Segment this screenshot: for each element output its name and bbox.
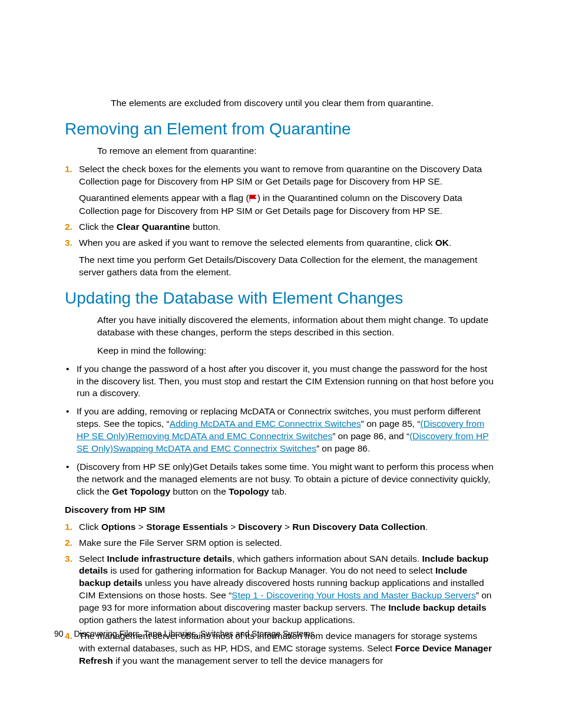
bold-text: Options <box>101 522 136 532</box>
discovery-steps-list: 1. Click Options > Storage Essentials > … <box>65 521 494 667</box>
bold-text: Clear Quarantine <box>117 222 190 232</box>
list-item: If you are adding, removing or replacing… <box>65 406 494 455</box>
quarantine-steps-list: 1. Select the check boxes for the elemen… <box>65 163 494 279</box>
list-marker: 3. <box>65 237 72 249</box>
bold-text: Storage Essentials <box>146 522 228 532</box>
list-item: 3. Select Include infrastructure details… <box>65 553 494 627</box>
bold-text: OK <box>435 238 449 248</box>
list-marker: 2. <box>65 221 72 233</box>
list-marker: 3. <box>65 553 72 565</box>
list-marker: 1. <box>65 521 72 533</box>
list-item: 1. Click Options > Storage Essentials > … <box>65 521 494 533</box>
flag-icon <box>249 193 257 205</box>
bold-text: Include backup details <box>388 602 486 612</box>
section-paragraph: Keep in mind the following: <box>97 345 494 357</box>
step-subtext: Quarantined elements appear with a flag … <box>79 192 494 218</box>
bold-text: Include infrastructure details <box>107 554 232 564</box>
footer-title: Discovering Filers, Tape Libraries, Swit… <box>74 629 314 638</box>
bold-text: Run Discovery Data Collection <box>292 522 425 532</box>
bold-text: Get Topology <box>112 486 170 496</box>
list-marker: 1. <box>65 163 72 176</box>
page-number: 90 <box>54 629 64 638</box>
step-text: Select the check boxes for the elements … <box>79 164 482 186</box>
subheading-discovery-hp-sim: Discovery from HP SIM <box>65 504 494 516</box>
heading-updating-database: Updating the Database with Element Chang… <box>65 287 494 309</box>
notes-bullet-list: If you change the password of a host aft… <box>65 363 494 498</box>
list-item: If you change the password of a host aft… <box>65 363 494 400</box>
bold-text: Discovery <box>239 522 282 532</box>
list-item: (Discovery from HP SE only)Get Details t… <box>65 461 494 498</box>
list-item: 3. When you are asked if you want to rem… <box>65 237 494 279</box>
section-paragraph: After you have initially discovered the … <box>97 314 494 339</box>
step-subtext: The next time you perform Get Details/Di… <box>79 254 494 279</box>
bold-text: Topology <box>229 486 269 496</box>
intro-text: The elements are excluded from discovery… <box>111 97 494 110</box>
list-item: 1. Select the check boxes for the elemen… <box>65 163 494 218</box>
link-step1-discovering-hosts[interactable]: Step 1 - Discovering Your Hosts and Mast… <box>232 590 475 600</box>
list-item: 2. Click the Clear Quarantine button. <box>65 221 494 233</box>
list-item: 2. Make sure the File Server SRM option … <box>65 537 494 549</box>
document-page: The elements are excluded from discovery… <box>0 0 562 728</box>
section-intro: To remove an element from quarantine: <box>97 145 494 157</box>
list-marker: 2. <box>65 537 72 549</box>
page-footer: 90 Discovering Filers, Tape Libraries, S… <box>54 628 315 640</box>
heading-removing-quarantine: Removing an Element from Quarantine <box>65 118 494 140</box>
link-adding-switches[interactable]: Adding McDATA and EMC Connectrix Switche… <box>170 419 361 429</box>
